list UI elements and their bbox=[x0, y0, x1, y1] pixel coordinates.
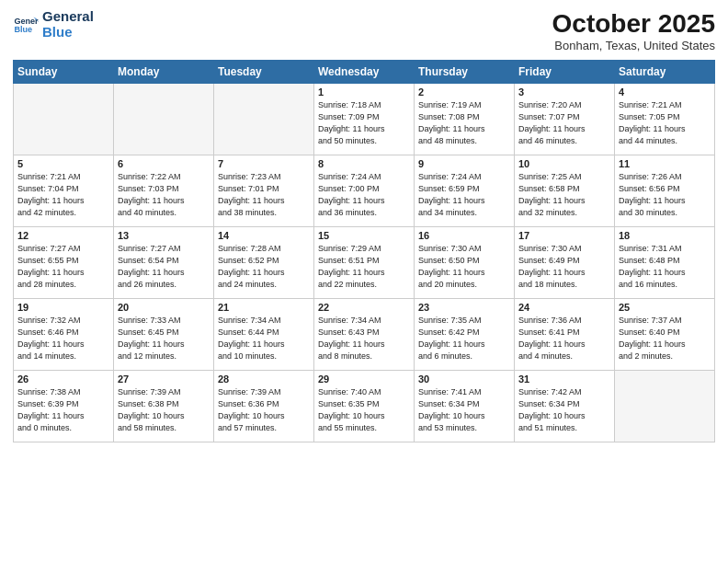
day-number: 4 bbox=[619, 86, 711, 98]
day-number: 11 bbox=[619, 158, 711, 169]
day-number: 28 bbox=[218, 373, 310, 385]
calendar-cell: 24Sunrise: 7:36 AM Sunset: 6:41 PM Dayli… bbox=[515, 299, 615, 371]
day-info: Sunrise: 7:28 AM Sunset: 6:52 PM Dayligh… bbox=[218, 243, 310, 291]
calendar-cell: 21Sunrise: 7:34 AM Sunset: 6:44 PM Dayli… bbox=[214, 299, 314, 371]
day-number: 14 bbox=[218, 230, 310, 241]
calendar-cell: 27Sunrise: 7:39 AM Sunset: 6:38 PM Dayli… bbox=[114, 371, 214, 442]
calendar-cell: 28Sunrise: 7:39 AM Sunset: 6:36 PM Dayli… bbox=[214, 371, 314, 442]
weekday-header: Thursday bbox=[415, 61, 515, 84]
logo-line2: Blue bbox=[42, 25, 94, 40]
day-number: 21 bbox=[218, 302, 310, 313]
day-number: 29 bbox=[318, 373, 410, 385]
calendar-cell: 17Sunrise: 7:30 AM Sunset: 6:49 PM Dayli… bbox=[515, 227, 615, 299]
day-number: 9 bbox=[418, 158, 510, 169]
calendar-cell: 1Sunrise: 7:18 AM Sunset: 7:09 PM Daylig… bbox=[314, 84, 415, 155]
weekday-header: Tuesday bbox=[214, 61, 314, 84]
calendar-cell: 11Sunrise: 7:26 AM Sunset: 6:56 PM Dayli… bbox=[615, 155, 715, 227]
day-number: 25 bbox=[619, 302, 711, 313]
day-info: Sunrise: 7:31 AM Sunset: 6:48 PM Dayligh… bbox=[619, 243, 711, 291]
calendar-cell: 2Sunrise: 7:19 AM Sunset: 7:08 PM Daylig… bbox=[415, 84, 515, 155]
day-number: 23 bbox=[418, 302, 510, 313]
calendar-cell: 5Sunrise: 7:21 AM Sunset: 7:04 PM Daylig… bbox=[14, 155, 114, 227]
day-info: Sunrise: 7:40 AM Sunset: 6:35 PM Dayligh… bbox=[318, 386, 410, 434]
day-info: Sunrise: 7:21 AM Sunset: 7:04 PM Dayligh… bbox=[17, 171, 109, 219]
day-number: 7 bbox=[218, 158, 310, 169]
day-info: Sunrise: 7:36 AM Sunset: 6:41 PM Dayligh… bbox=[518, 315, 610, 362]
day-number: 8 bbox=[318, 158, 410, 169]
day-info: Sunrise: 7:21 AM Sunset: 7:05 PM Dayligh… bbox=[619, 99, 711, 147]
day-info: Sunrise: 7:27 AM Sunset: 6:55 PM Dayligh… bbox=[17, 243, 109, 291]
calendar-cell: 15Sunrise: 7:29 AM Sunset: 6:51 PM Dayli… bbox=[314, 227, 415, 299]
logo-icon: General Blue bbox=[13, 12, 39, 38]
calendar-cell: 25Sunrise: 7:37 AM Sunset: 6:40 PM Dayli… bbox=[615, 299, 715, 371]
day-info: Sunrise: 7:35 AM Sunset: 6:42 PM Dayligh… bbox=[418, 315, 510, 362]
calendar-cell bbox=[114, 84, 214, 155]
day-number: 5 bbox=[17, 158, 109, 169]
day-info: Sunrise: 7:42 AM Sunset: 6:34 PM Dayligh… bbox=[518, 386, 610, 434]
calendar-cell: 10Sunrise: 7:25 AM Sunset: 6:58 PM Dayli… bbox=[515, 155, 615, 227]
day-info: Sunrise: 7:41 AM Sunset: 6:34 PM Dayligh… bbox=[418, 386, 510, 434]
calendar-cell: 4Sunrise: 7:21 AM Sunset: 7:05 PM Daylig… bbox=[615, 84, 715, 155]
day-info: Sunrise: 7:27 AM Sunset: 6:54 PM Dayligh… bbox=[118, 243, 210, 291]
day-info: Sunrise: 7:34 AM Sunset: 6:44 PM Dayligh… bbox=[218, 315, 310, 362]
weekday-header: Monday bbox=[114, 61, 214, 84]
page-container: General Blue General Blue October 2025 B… bbox=[0, 0, 728, 452]
calendar-cell: 26Sunrise: 7:38 AM Sunset: 6:39 PM Dayli… bbox=[14, 371, 114, 442]
day-info: Sunrise: 7:39 AM Sunset: 6:38 PM Dayligh… bbox=[118, 386, 210, 434]
header: General Blue General Blue October 2025 B… bbox=[13, 9, 715, 52]
title-block: October 2025 Bonham, Texas, United State… bbox=[552, 9, 715, 52]
calendar-table: SundayMondayTuesdayWednesdayThursdayFrid… bbox=[13, 60, 715, 442]
day-number: 12 bbox=[17, 230, 109, 241]
calendar-cell: 6Sunrise: 7:22 AM Sunset: 7:03 PM Daylig… bbox=[114, 155, 214, 227]
day-number: 2 bbox=[418, 86, 510, 98]
day-number: 30 bbox=[418, 373, 510, 385]
logo-line1: General bbox=[42, 9, 94, 25]
day-number: 18 bbox=[619, 230, 711, 241]
day-number: 13 bbox=[118, 230, 210, 241]
calendar-cell bbox=[615, 371, 715, 442]
day-info: Sunrise: 7:32 AM Sunset: 6:46 PM Dayligh… bbox=[17, 315, 109, 362]
day-number: 19 bbox=[17, 302, 109, 313]
day-number: 17 bbox=[518, 230, 610, 241]
calendar-cell: 19Sunrise: 7:32 AM Sunset: 6:46 PM Dayli… bbox=[14, 299, 114, 371]
calendar-cell: 22Sunrise: 7:34 AM Sunset: 6:43 PM Dayli… bbox=[314, 299, 415, 371]
day-info: Sunrise: 7:26 AM Sunset: 6:56 PM Dayligh… bbox=[619, 171, 711, 219]
day-info: Sunrise: 7:34 AM Sunset: 6:43 PM Dayligh… bbox=[318, 315, 410, 362]
day-info: Sunrise: 7:19 AM Sunset: 7:08 PM Dayligh… bbox=[418, 99, 510, 147]
day-number: 15 bbox=[318, 230, 410, 241]
calendar-cell bbox=[14, 84, 114, 155]
day-number: 16 bbox=[418, 230, 510, 241]
day-info: Sunrise: 7:30 AM Sunset: 6:49 PM Dayligh… bbox=[518, 243, 610, 291]
day-info: Sunrise: 7:29 AM Sunset: 6:51 PM Dayligh… bbox=[318, 243, 410, 291]
day-info: Sunrise: 7:22 AM Sunset: 7:03 PM Dayligh… bbox=[118, 171, 210, 219]
day-number: 1 bbox=[318, 86, 410, 98]
day-info: Sunrise: 7:30 AM Sunset: 6:50 PM Dayligh… bbox=[418, 243, 510, 291]
day-number: 31 bbox=[518, 373, 610, 385]
weekday-header: Sunday bbox=[14, 61, 114, 84]
day-info: Sunrise: 7:39 AM Sunset: 6:36 PM Dayligh… bbox=[218, 386, 310, 434]
day-number: 20 bbox=[118, 302, 210, 313]
day-info: Sunrise: 7:24 AM Sunset: 7:00 PM Dayligh… bbox=[318, 171, 410, 219]
calendar-cell: 30Sunrise: 7:41 AM Sunset: 6:34 PM Dayli… bbox=[415, 371, 515, 442]
day-info: Sunrise: 7:33 AM Sunset: 6:45 PM Dayligh… bbox=[118, 315, 210, 362]
calendar-cell: 12Sunrise: 7:27 AM Sunset: 6:55 PM Dayli… bbox=[14, 227, 114, 299]
calendar-header: SundayMondayTuesdayWednesdayThursdayFrid… bbox=[14, 61, 715, 84]
weekday-header: Friday bbox=[515, 61, 615, 84]
day-number: 10 bbox=[518, 158, 610, 169]
calendar-cell: 8Sunrise: 7:24 AM Sunset: 7:00 PM Daylig… bbox=[314, 155, 415, 227]
calendar-cell: 14Sunrise: 7:28 AM Sunset: 6:52 PM Dayli… bbox=[214, 227, 314, 299]
month-title: October 2025 bbox=[552, 9, 715, 39]
day-number: 22 bbox=[318, 302, 410, 313]
day-number: 3 bbox=[518, 86, 610, 98]
calendar-cell: 18Sunrise: 7:31 AM Sunset: 6:48 PM Dayli… bbox=[615, 227, 715, 299]
logo: General Blue General Blue bbox=[13, 9, 94, 40]
calendar-cell: 20Sunrise: 7:33 AM Sunset: 6:45 PM Dayli… bbox=[114, 299, 214, 371]
day-number: 26 bbox=[17, 373, 109, 385]
calendar-cell: 29Sunrise: 7:40 AM Sunset: 6:35 PM Dayli… bbox=[314, 371, 415, 442]
svg-text:General: General bbox=[14, 16, 39, 25]
calendar-cell: 9Sunrise: 7:24 AM Sunset: 6:59 PM Daylig… bbox=[415, 155, 515, 227]
weekday-header: Saturday bbox=[615, 61, 715, 84]
day-info: Sunrise: 7:23 AM Sunset: 7:01 PM Dayligh… bbox=[218, 171, 310, 219]
day-number: 24 bbox=[518, 302, 610, 313]
weekday-header: Wednesday bbox=[314, 61, 415, 84]
